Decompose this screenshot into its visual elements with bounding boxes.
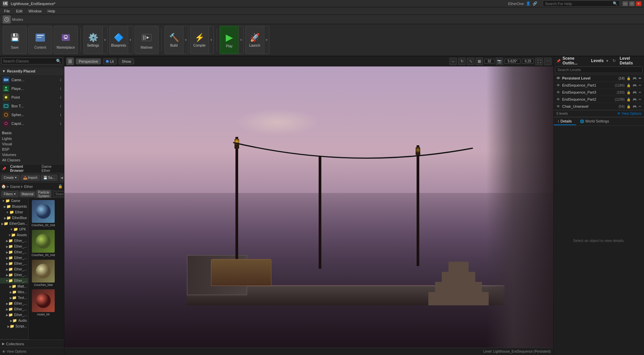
folder-game[interactable]: ▼📁Game bbox=[0, 198, 28, 204]
level-part3-eye[interactable]: 👁 bbox=[556, 90, 560, 94]
compile-dropdown[interactable]: ▼ bbox=[209, 26, 214, 54]
folder-ether-2[interactable]: ▶📁Ether_... bbox=[0, 244, 28, 249]
list-item[interactable]: Came... ℹ bbox=[1, 75, 63, 84]
all-classes-category[interactable]: All Classes bbox=[0, 157, 64, 163]
folder-script[interactable]: ▶📁Script... bbox=[0, 323, 28, 329]
translate-icon[interactable]: ↔ bbox=[449, 58, 457, 65]
level-part2-eye[interactable]: 👁 bbox=[556, 97, 560, 101]
visual-category[interactable]: Visual bbox=[0, 141, 64, 147]
folder-ether-1[interactable]: ▶📁Ether_... bbox=[0, 238, 28, 244]
maximize-icon[interactable]: ⛶ bbox=[535, 58, 543, 65]
view-options-label[interactable]: View Options bbox=[7, 350, 26, 353]
help-search-input[interactable] bbox=[545, 2, 613, 6]
blueprints-dropdown[interactable]: ▼ bbox=[128, 26, 133, 54]
path-lock-icon[interactable]: 🔒 bbox=[58, 184, 63, 189]
folder-upk[interactable]: ▼📁UPK bbox=[0, 226, 28, 232]
settings-button[interactable]: ⚙️ Settings bbox=[84, 26, 102, 54]
path-ether[interactable]: Ether bbox=[24, 185, 33, 189]
folder-ether-11[interactable]: ▶📁Ether_... bbox=[0, 312, 28, 318]
level-part1-edit[interactable]: ✏ bbox=[639, 84, 641, 87]
levels-dropdown-arrow[interactable]: ▼ bbox=[606, 59, 609, 63]
level-chair-edit[interactable]: ✏ bbox=[639, 105, 641, 108]
tab-content-browser[interactable]: Content Browser bbox=[7, 164, 38, 174]
folder-ether-10[interactable]: ▶📁Ether_... bbox=[0, 306, 28, 312]
class-search-input[interactable] bbox=[3, 59, 56, 63]
lit-button[interactable]: Lit bbox=[103, 58, 117, 64]
level-part3-lock[interactable]: 🔒 bbox=[627, 91, 631, 94]
folder-ether-8[interactable]: ▼📁Ether_... bbox=[0, 278, 28, 284]
asset-couches03[interactable]: Couches_03_Inst bbox=[30, 229, 57, 258]
surface-icon[interactable]: ▦ bbox=[476, 58, 483, 65]
folder-audio[interactable]: ▶📁Audio bbox=[0, 318, 28, 323]
list-item[interactable]: Point ℹ bbox=[1, 93, 63, 102]
levels-view-options[interactable]: 👁 View Options bbox=[617, 112, 641, 115]
asset-04[interactable]: Asset_04 bbox=[30, 289, 57, 317]
asset-couches02[interactable]: Couches_02_Inst bbox=[30, 199, 57, 228]
folder-ether[interactable]: ▼📁Ether bbox=[0, 209, 28, 215]
folder-ether-4[interactable]: ▶📁Ether_... bbox=[0, 255, 28, 261]
folder-ether-5[interactable]: ▶📁Ether_... bbox=[0, 261, 28, 266]
list-item[interactable]: Box T... ℹ bbox=[1, 102, 63, 110]
menu-help[interactable]: Help bbox=[45, 8, 58, 14]
import-button[interactable]: 📥 Import bbox=[21, 175, 40, 181]
level-chair-unwravel[interactable]: 👁 Chair_Unwravel (54) 🔒 🎮 ✏ bbox=[554, 103, 644, 110]
level-part1-lock[interactable]: 🔒 bbox=[627, 84, 631, 87]
menu-edit[interactable]: Edit bbox=[13, 8, 25, 14]
compile-button[interactable]: ⚡ Compile bbox=[190, 26, 209, 54]
build-dropdown[interactable]: ▼ bbox=[183, 26, 189, 54]
viewport-options-icon[interactable]: ⋯ bbox=[544, 58, 551, 65]
recently-placed-header[interactable]: ▼ Recently Placed bbox=[0, 68, 64, 75]
level-persistent-eye[interactable]: 👁 bbox=[556, 76, 560, 80]
nav-back[interactable]: ◀ bbox=[60, 174, 63, 181]
lights-category[interactable]: Lights bbox=[0, 136, 64, 141]
menu-window[interactable]: Window bbox=[26, 8, 44, 14]
marketplace-button[interactable]: Marketplace bbox=[54, 26, 78, 54]
level-persistent[interactable]: 👁 Persistent Level (14) 🔒 🎮 ✏ bbox=[554, 75, 644, 82]
level-persistent-edit[interactable]: ✏ bbox=[639, 77, 641, 80]
cb-search-input[interactable] bbox=[55, 192, 64, 196]
list-item[interactable]: Capsl... ℹ bbox=[1, 119, 63, 128]
level-persistent-game[interactable]: 🎮 bbox=[633, 77, 637, 80]
level-chair-game[interactable]: 🎮 bbox=[633, 105, 637, 108]
content-button[interactable]: Content bbox=[28, 26, 52, 54]
level-endsequence-part1[interactable]: 👁 EndSequence_Part1 (1184) 🔒 🎮 ✏ bbox=[554, 82, 644, 89]
restore-button[interactable]: □ bbox=[629, 1, 635, 6]
list-item[interactable]: Playe... ℹ bbox=[1, 84, 63, 93]
bsp-category[interactable]: BSP bbox=[0, 147, 64, 152]
rotate-icon[interactable]: ↻ bbox=[458, 58, 466, 65]
folder-etherblue[interactable]: ▶📁EtherBlue bbox=[0, 215, 28, 221]
list-item[interactable]: Spher... ℹ bbox=[1, 110, 63, 119]
menu-file[interactable]: File bbox=[1, 8, 13, 14]
path-game[interactable]: Game bbox=[10, 185, 20, 189]
folder-text[interactable]: ▶📁Text... bbox=[0, 295, 28, 301]
asset-couches-mat[interactable]: Couches_Mat bbox=[30, 259, 57, 288]
viewport-canvas[interactable] bbox=[64, 66, 553, 348]
launch-button[interactable]: 🚀 Launch bbox=[245, 26, 264, 54]
perspective-button[interactable]: Perspective bbox=[76, 58, 101, 64]
folder-ether-3[interactable]: ▶📁Ether_... bbox=[0, 249, 28, 255]
create-button[interactable]: Create ▼ bbox=[1, 175, 19, 181]
save-cb-button[interactable]: 💾 Sa... bbox=[41, 175, 57, 181]
play-dropdown[interactable]: ▼ bbox=[238, 26, 244, 54]
level-part2-lock[interactable]: 🔒 bbox=[627, 98, 631, 101]
folder-ether-9[interactable]: ▶📁Ether_... bbox=[0, 301, 28, 306]
viewport-menu-btn[interactable] bbox=[66, 58, 74, 65]
folder-ether-6[interactable]: ▶📁Ether_... bbox=[0, 266, 28, 272]
level-part2-game[interactable]: 🎮 bbox=[633, 98, 637, 101]
folder-mes[interactable]: ▶📁Mes... bbox=[0, 289, 28, 295]
settings-dropdown[interactable]: ▼ bbox=[102, 26, 108, 54]
folder-ethergam[interactable]: ▶📁EtherGam... bbox=[0, 221, 28, 226]
filters-button[interactable]: Filters ▼ bbox=[1, 191, 18, 197]
modes-icon[interactable] bbox=[3, 15, 11, 23]
folder-assets[interactable]: ▼📁Assets bbox=[0, 232, 28, 238]
level-part2-edit[interactable]: ✏ bbox=[639, 98, 641, 101]
folder-blueprints[interactable]: ▶📁Blueprints bbox=[0, 204, 28, 209]
level-persistent-lock[interactable]: 🔒 bbox=[627, 77, 631, 80]
fov-input[interactable] bbox=[504, 59, 521, 64]
scale-input[interactable] bbox=[522, 59, 534, 64]
folder-matt[interactable]: ▶📁Matt... bbox=[0, 284, 28, 289]
level-chair-lock[interactable]: 🔒 bbox=[627, 105, 631, 108]
level-endsequence-part2[interactable]: 👁 EndSequence_Part2 (1239) 🔒 🎮 ✏ bbox=[554, 96, 644, 103]
levels-search-input[interactable] bbox=[555, 66, 643, 73]
level-part1-eye[interactable]: 👁 bbox=[556, 83, 560, 87]
